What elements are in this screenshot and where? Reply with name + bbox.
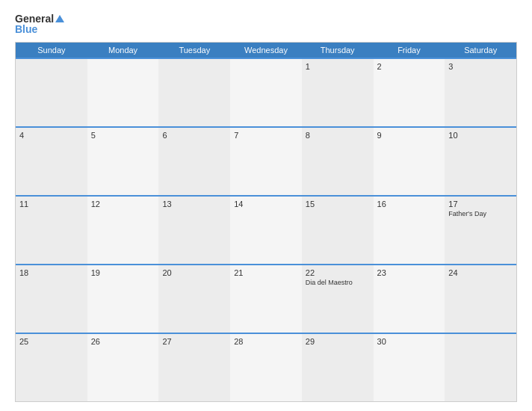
day-number: 11 (19, 200, 84, 208)
day-cell: 21 (230, 265, 302, 333)
day-cell: 11 (16, 197, 87, 264)
day-cell: 24 (445, 265, 516, 333)
day-cell (230, 59, 302, 126)
day-cell: 4 (16, 128, 87, 195)
day-number: 30 (377, 337, 442, 346)
logo: General Blue (15, 13, 64, 34)
day-number: 7 (234, 131, 298, 140)
day-number: 2 (377, 62, 442, 71)
day-number: 15 (306, 200, 370, 208)
day-header: Thursday (302, 43, 374, 58)
week-row: 1819202122Dia del Maestro2324 (16, 264, 516, 333)
day-number: 4 (19, 131, 84, 140)
day-cell: 9 (374, 128, 445, 195)
logo-general-text: General (15, 13, 54, 24)
day-cell (87, 59, 159, 126)
day-number: 26 (91, 337, 155, 346)
day-cell: 28 (230, 334, 302, 401)
header: General Blue (15, 13, 517, 34)
week-row: 45678910 (16, 126, 516, 195)
day-number: 23 (377, 268, 442, 277)
day-number: 14 (234, 200, 298, 208)
day-cell: 29 (302, 334, 374, 401)
day-cell: 7 (230, 128, 302, 195)
week-row: 252627282930 (16, 333, 516, 401)
day-number: 8 (306, 131, 370, 140)
day-number: 29 (306, 337, 370, 346)
day-cell: 5 (87, 128, 159, 195)
day-number: 19 (91, 268, 155, 277)
day-number: 21 (234, 268, 298, 277)
day-number: 9 (377, 131, 442, 140)
day-header: Monday (87, 43, 159, 58)
day-cell: 18 (16, 265, 87, 333)
day-cell: 20 (158, 265, 230, 333)
day-cell: 22Dia del Maestro (302, 265, 374, 333)
day-number: 13 (162, 200, 226, 208)
day-cell: 25 (16, 334, 87, 401)
day-event: Father's Day (448, 210, 513, 218)
day-number: 6 (162, 131, 226, 140)
day-cell: 2 (374, 59, 445, 126)
day-number: 12 (91, 200, 155, 208)
day-number: 27 (162, 337, 226, 346)
logo-triangle-icon (55, 15, 64, 22)
day-number: 3 (448, 62, 513, 71)
day-number: 25 (19, 337, 84, 346)
day-cell: 30 (374, 334, 445, 401)
day-number: 20 (162, 268, 226, 277)
day-header: Wednesday (230, 43, 302, 58)
day-number: 16 (377, 200, 442, 208)
logo-blue-text: Blue (15, 24, 64, 34)
page: General Blue SundayMondayTuesdayWednesda… (0, 0, 532, 411)
day-number: 28 (234, 337, 298, 346)
day-cell (16, 59, 87, 126)
day-cell: 23 (374, 265, 445, 333)
day-cell: 1 (302, 59, 374, 126)
weeks: 1234567891011121314151617Father's Day181… (16, 58, 516, 401)
day-cell: 15 (302, 197, 374, 264)
day-cell: 14 (230, 197, 302, 264)
day-cell: 6 (158, 128, 230, 195)
week-row: 11121314151617Father's Day (16, 195, 516, 264)
day-cell: 10 (445, 128, 516, 195)
day-cell: 26 (87, 334, 159, 401)
day-header: Saturday (445, 43, 516, 58)
day-number: 5 (91, 131, 155, 140)
day-cell: 27 (158, 334, 230, 401)
day-number: 18 (19, 268, 84, 277)
day-number: 17 (448, 200, 513, 208)
week-row: 123 (16, 58, 516, 126)
day-number: 24 (448, 268, 513, 277)
day-cell: 8 (302, 128, 374, 195)
day-number: 10 (448, 131, 513, 140)
day-number: 22 (306, 268, 370, 277)
day-headers: SundayMondayTuesdayWednesdayThursdayFrid… (16, 43, 516, 58)
day-cell: 13 (158, 197, 230, 264)
calendar: SundayMondayTuesdayWednesdayThursdayFrid… (15, 42, 517, 402)
day-cell: 12 (87, 197, 159, 264)
day-cell (158, 59, 230, 126)
day-header: Sunday (16, 43, 87, 58)
day-cell (445, 334, 516, 401)
day-cell: 19 (87, 265, 159, 333)
day-header: Tuesday (158, 43, 230, 58)
day-number: 1 (306, 62, 370, 71)
day-cell: 3 (445, 59, 516, 126)
day-header: Friday (374, 43, 445, 58)
day-cell: 17Father's Day (445, 197, 516, 264)
day-event: Dia del Maestro (306, 279, 370, 287)
day-cell: 16 (374, 197, 445, 264)
